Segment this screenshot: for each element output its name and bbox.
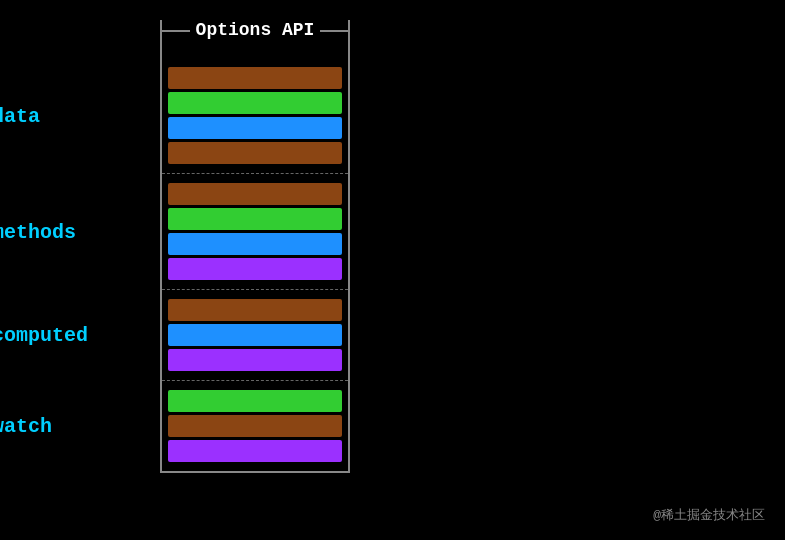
section-methods: methods [162, 174, 348, 290]
watermark: @稀土掘金技术社区 [653, 506, 765, 524]
bar-data-3 [168, 142, 342, 164]
section-data: data [162, 58, 348, 174]
section-label-methods: methods [0, 220, 76, 243]
section-computed: computed [162, 290, 348, 381]
bar-data-2 [168, 117, 342, 139]
bar-methods-2 [168, 233, 342, 255]
bar-watch-1 [168, 415, 342, 437]
section-label-watch: watch [0, 415, 52, 438]
bar-computed-0 [168, 299, 342, 321]
diagram-title: Options API [190, 20, 321, 40]
bar-methods-3 [168, 258, 342, 280]
bar-methods-1 [168, 208, 342, 230]
bar-data-1 [168, 92, 342, 114]
bar-computed-1 [168, 324, 342, 346]
section-label-computed: computed [0, 324, 88, 347]
options-api-diagram: datamethodscomputedwatch [160, 20, 350, 473]
bar-computed-2 [168, 349, 342, 371]
bar-watch-0 [168, 390, 342, 412]
sections-wrapper: datamethodscomputedwatch [162, 58, 348, 471]
section-label-data: data [0, 104, 40, 127]
bar-methods-0 [168, 183, 342, 205]
section-watch: watch [162, 381, 348, 471]
bar-data-0 [168, 67, 342, 89]
bar-watch-2 [168, 440, 342, 462]
